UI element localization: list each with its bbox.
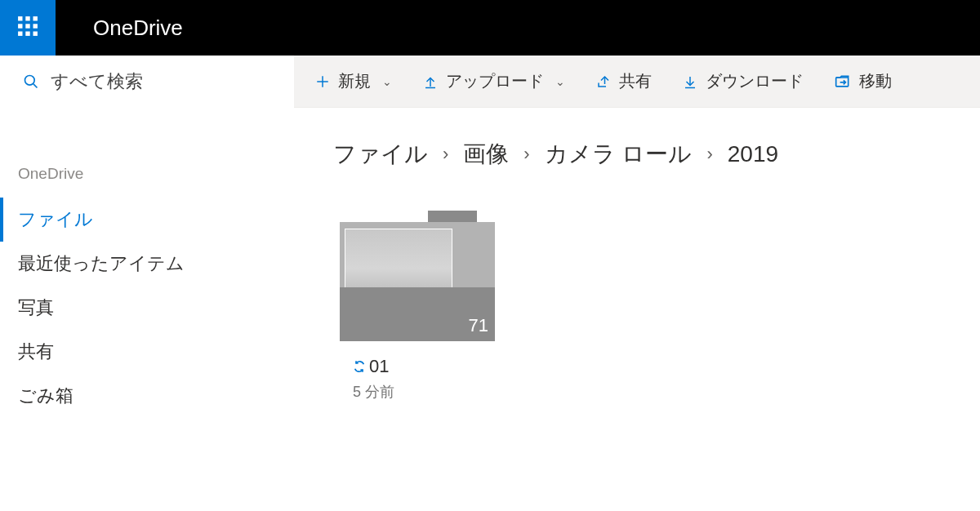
chevron-down-icon: ⌄: [555, 75, 565, 88]
waffle-icon: [17, 16, 38, 40]
content: 新規 ⌄ アップロード ⌄ 共有 ダウンロード: [294, 56, 980, 511]
preview-image: [345, 229, 452, 295]
download-button[interactable]: ダウンロード: [678, 65, 808, 97]
download-icon: [683, 74, 697, 89]
breadcrumb-item-current: 2019: [728, 141, 778, 167]
svg-rect-4: [25, 24, 29, 28]
move-icon: [835, 74, 851, 89]
sidebar-item-recycle[interactable]: ごみ箱: [0, 374, 294, 418]
svg-rect-2: [33, 16, 38, 20]
svg-rect-0: [18, 16, 22, 20]
sidebar-item-label: ファイル: [18, 209, 93, 229]
plus-icon: [315, 74, 330, 89]
top-header: OneDrive: [0, 0, 980, 56]
move-button[interactable]: 移動: [830, 65, 897, 97]
svg-line-10: [33, 83, 38, 87]
sidebar-item-label: 最近使ったアイテム: [18, 253, 185, 273]
breadcrumb-item[interactable]: ファイル: [333, 139, 428, 170]
sidebar-item-shared[interactable]: 共有: [0, 330, 294, 374]
new-label: 新規: [338, 70, 371, 92]
sidebar-item-files[interactable]: ファイル: [0, 198, 294, 242]
upload-label: アップロード: [446, 70, 544, 92]
breadcrumb-item[interactable]: 画像: [463, 139, 509, 170]
new-button[interactable]: 新規 ⌄: [310, 65, 397, 97]
svg-point-9: [25, 75, 35, 85]
sidebar-item-photos[interactable]: 写真: [0, 286, 294, 330]
command-bar: 新規 ⌄ アップロード ⌄ 共有 ダウンロード: [294, 56, 980, 108]
item-count-badge: 71: [469, 315, 488, 336]
upload-icon: [423, 74, 438, 89]
sidebar: OneDrive ファイル 最近使ったアイテム 写真 共有 ごみ箱: [0, 56, 294, 511]
chevron-right-icon: ›: [523, 144, 529, 165]
item-name: 01: [369, 356, 389, 377]
chevron-right-icon: ›: [443, 144, 448, 165]
share-button[interactable]: 共有: [591, 65, 657, 97]
nav: OneDrive ファイル 最近使ったアイテム 写真 共有 ごみ箱: [0, 157, 294, 418]
item-modified: 5 分前: [353, 382, 505, 402]
svg-rect-7: [25, 32, 29, 36]
sidebar-item-label: 写真: [18, 297, 54, 318]
sidebar-item-label: ごみ箱: [18, 385, 74, 406]
app-launcher-button[interactable]: [0, 0, 56, 56]
svg-rect-6: [18, 32, 22, 36]
nav-heading: OneDrive: [0, 157, 294, 198]
app-title: OneDrive: [93, 16, 183, 41]
svg-rect-5: [33, 24, 38, 28]
folder-item[interactable]: 71 01 5 分前: [333, 211, 505, 402]
search-icon: [23, 73, 39, 90]
breadcrumb: ファイル › 画像 › カメラ ロール › 2019: [294, 108, 980, 191]
download-label: ダウンロード: [706, 70, 804, 92]
search-input[interactable]: [51, 71, 263, 92]
folder-thumbnail: 71: [340, 211, 495, 341]
sync-icon: [353, 360, 366, 373]
share-label: 共有: [619, 70, 652, 92]
share-icon: [596, 74, 611, 89]
svg-rect-3: [18, 24, 22, 28]
chevron-right-icon: ›: [706, 144, 712, 165]
move-label: 移動: [859, 70, 892, 92]
chevron-down-icon: ⌄: [382, 75, 392, 88]
sidebar-item-label: 共有: [18, 341, 54, 362]
upload-button[interactable]: アップロード ⌄: [418, 65, 570, 97]
search-box[interactable]: [0, 56, 294, 108]
svg-rect-1: [25, 16, 29, 20]
breadcrumb-item[interactable]: カメラ ロール: [545, 139, 693, 170]
svg-rect-8: [33, 32, 38, 36]
items-grid: 71 01 5 分前: [294, 191, 980, 421]
sidebar-item-recent[interactable]: 最近使ったアイテム: [0, 242, 294, 286]
